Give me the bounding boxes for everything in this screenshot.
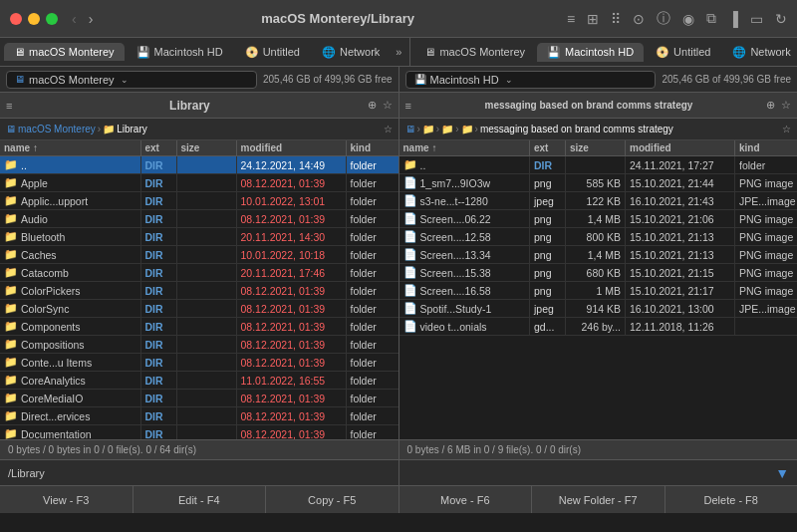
left-file-row[interactable]: 📁 CoreAnalytics DIR 11.01.2022, 16:55 fo… — [0, 372, 398, 390]
file-size — [177, 407, 237, 424]
right-breadcrumb-star[interactable]: ☆ — [782, 124, 791, 134]
tab-untitled-left[interactable]: 📀 Untitled — [235, 43, 310, 62]
right-col-ext[interactable]: ext — [530, 140, 566, 155]
columns-icon[interactable]: ⠿ — [611, 11, 621, 27]
left-file-row[interactable]: 📁 Apple DIR 08.12.2021, 01:39 folder — [0, 174, 398, 192]
breadcrumb-macos[interactable]: macOS Monterey — [18, 124, 96, 134]
func-new-folder[interactable]: New Folder - F7 — [532, 486, 665, 513]
file-modified: 15.10.2021, 21:15 — [626, 264, 735, 281]
close-button[interactable] — [10, 13, 22, 25]
more-icon[interactable]: ↻ — [775, 11, 787, 27]
file-kind: folder — [347, 174, 398, 191]
right-file-row[interactable]: 📄 Screen....13.34 png 1,4 MB 15.10.2021,… — [399, 246, 798, 264]
left-star-icon[interactable]: ☆ — [383, 99, 393, 112]
file-ext: DIR — [141, 354, 177, 371]
left-file-row[interactable]: 📁 Compositions DIR 08.12.2021, 01:39 fol… — [0, 336, 398, 354]
tab-macintosh-hd-left[interactable]: 💾 Macintosh HD — [127, 43, 233, 62]
right-file-row[interactable]: 📄 Spotif...Study-1 jpeg 914 KB 16.10.202… — [399, 300, 798, 318]
left-col-name[interactable]: name ↑ — [0, 140, 141, 155]
file-size — [177, 228, 237, 245]
func-copy[interactable]: Copy - F5 — [266, 486, 399, 513]
left-col-kind[interactable]: kind — [347, 140, 398, 155]
left-drive-pill[interactable]: 🖥 macOS Monterey ⌄ — [6, 71, 257, 89]
func-edit[interactable]: Edit - F4 — [133, 486, 267, 513]
file-name-text: Screen....16.58 — [420, 285, 491, 297]
tab-macintosh-hd-right[interactable]: 💾 Macintosh HD — [537, 43, 644, 62]
func-view[interactable]: View - F3 — [0, 486, 133, 513]
right-col-size[interactable]: size — [566, 140, 626, 155]
minimize-button[interactable] — [28, 13, 40, 25]
drive-icon[interactable]: ▭ — [750, 11, 763, 27]
left-file-row[interactable]: 📁 Direct...ervices DIR 08.12.2021, 01:39… — [0, 407, 398, 425]
right-path-dropdown[interactable]: ▼ — [775, 465, 789, 481]
left-col-modified[interactable]: modified — [237, 140, 347, 155]
folder-icon: 📁 — [4, 266, 18, 279]
right-file-row[interactable]: 📄 1_sm7...9IO3w png 585 KB 15.10.2021, 2… — [399, 174, 798, 192]
right-star-icon[interactable]: ☆ — [781, 99, 791, 112]
right-file-row[interactable]: 📄 Screen....15.38 png 680 KB 15.10.2021,… — [399, 264, 798, 282]
more-tabs-left[interactable]: » — [392, 46, 405, 58]
func-bar: View - F3 Edit - F4 Copy - F5 Move - F6 … — [0, 485, 797, 513]
left-expand-icon[interactable]: ⌄ — [121, 75, 129, 85]
left-file-row[interactable]: 📁 .. DIR 24.12.2021, 14:49 folder — [0, 156, 398, 174]
right-file-row[interactable]: 📄 s3-ne...t--1280 jpeg 122 KB 16.10.2021… — [399, 192, 798, 210]
left-file-row[interactable]: 📁 Applic...upport DIR 10.01.2022, 13:01 … — [0, 192, 398, 210]
info-icon[interactable]: ⓘ — [657, 10, 670, 28]
file-name: 📁 Applic...upport — [0, 192, 141, 209]
right-col-modified[interactable]: modified — [626, 140, 735, 155]
tab-network-right[interactable]: 🌐 Network — [722, 43, 797, 62]
right-panel-header: ≡ messaging based on brand comms strateg… — [399, 93, 798, 119]
left-file-row[interactable]: 📁 Components DIR 08.12.2021, 01:39 folde… — [0, 318, 398, 336]
file-name: 📁 .. — [399, 156, 531, 173]
left-menu-icon[interactable]: ≡ — [6, 100, 12, 112]
left-file-row[interactable]: 📁 Documentation DIR 08.12.2021, 01:39 fo… — [0, 425, 398, 439]
right-menu-icon[interactable]: ≡ — [405, 100, 411, 112]
file-ext: DIR — [141, 174, 177, 191]
right-sort-icon[interactable]: ⊕ — [766, 99, 775, 112]
maximize-button[interactable] — [46, 13, 58, 25]
left-file-row[interactable]: 📁 Caches DIR 10.01.2022, 10:18 folder — [0, 246, 398, 264]
left-file-row[interactable]: 📁 Bluetooth DIR 20.11.2021, 14:30 folder — [0, 228, 398, 246]
func-move[interactable]: Move - F6 — [399, 486, 533, 513]
left-file-row[interactable]: 📁 CoreMediaIO DIR 08.12.2021, 01:39 fold… — [0, 390, 398, 407]
back-arrow[interactable]: ‹ — [68, 9, 81, 29]
right-file-row[interactable]: 📄 video t...onials gd... 246 by... 12.11… — [399, 318, 798, 336]
left-col-size[interactable]: size — [177, 140, 237, 155]
func-delete[interactable]: Delete - F8 — [665, 486, 798, 513]
tab-icon: 🖥 — [424, 46, 435, 58]
breadcrumb-star[interactable]: ☆ — [384, 124, 393, 134]
file-modified: 12.11.2018, 11:26 — [626, 318, 735, 335]
tab-network-left[interactable]: 🌐 Network — [312, 43, 390, 62]
right-col-name[interactable]: name ↑ — [399, 140, 531, 155]
grid-view-icon[interactable]: ⊞ — [587, 11, 599, 27]
tab-macos-monterey-right[interactable]: 🖥 macOS Monterey — [414, 43, 535, 61]
eye-icon[interactable]: ◉ — [682, 11, 694, 27]
right-expand-icon[interactable]: ⌄ — [505, 75, 513, 85]
file-size — [177, 318, 237, 335]
tab-macos-monterey-left[interactable]: 🖥 macOS Monterey — [4, 43, 125, 61]
left-file-row[interactable]: 📁 Conte...u Items DIR 08.12.2021, 01:39 … — [0, 354, 398, 372]
left-file-row[interactable]: 📁 ColorPickers DIR 08.12.2021, 01:39 fol… — [0, 282, 398, 300]
breadcrumb-sep: › — [98, 124, 101, 134]
tab-untitled-right[interactable]: 📀 Untitled — [646, 43, 720, 62]
toggle-icon[interactable]: ⊙ — [633, 11, 645, 27]
right-col-kind[interactable]: kind — [735, 140, 797, 155]
left-file-row[interactable]: 📁 ColorSync DIR 08.12.2021, 01:39 folder — [0, 300, 398, 318]
breadcrumb-drive-icon: 🖥 — [6, 124, 16, 134]
panel-icon[interactable]: ▐ — [728, 11, 738, 27]
left-file-row[interactable]: 📁 Audio DIR 08.12.2021, 01:39 folder — [0, 210, 398, 228]
left-sort-icon[interactable]: ⊕ — [368, 99, 377, 112]
right-file-row[interactable]: 📄 Screen....06.22 png 1,4 MB 15.10.2021,… — [399, 210, 798, 228]
right-file-row[interactable]: 📄 Screen....16.58 png 1 MB 15.10.2021, 2… — [399, 282, 798, 300]
right-drive-pill[interactable]: 💾 Macintosh HD ⌄ — [405, 71, 657, 89]
right-file-row[interactable]: 📁 .. DIR 24.11.2021, 17:27 folder — [399, 156, 798, 174]
folder-icon: 📁 — [4, 374, 18, 387]
left-tab-bar: 🖥 macOS Monterey 💾 Macintosh HD 📀 Untitl… — [0, 38, 410, 66]
left-file-row[interactable]: 📁 Catacomb DIR 20.11.2021, 17:46 folder — [0, 264, 398, 282]
forward-arrow[interactable]: › — [85, 9, 98, 29]
right-file-row[interactable]: 📄 Screen....12.58 png 800 KB 15.10.2021,… — [399, 228, 798, 246]
left-col-ext[interactable]: ext — [141, 140, 177, 155]
file-icon: 📄 — [403, 284, 417, 297]
binoculars-icon[interactable]: ⧉ — [706, 10, 716, 27]
list-view-icon[interactable]: ≡ — [567, 11, 575, 27]
